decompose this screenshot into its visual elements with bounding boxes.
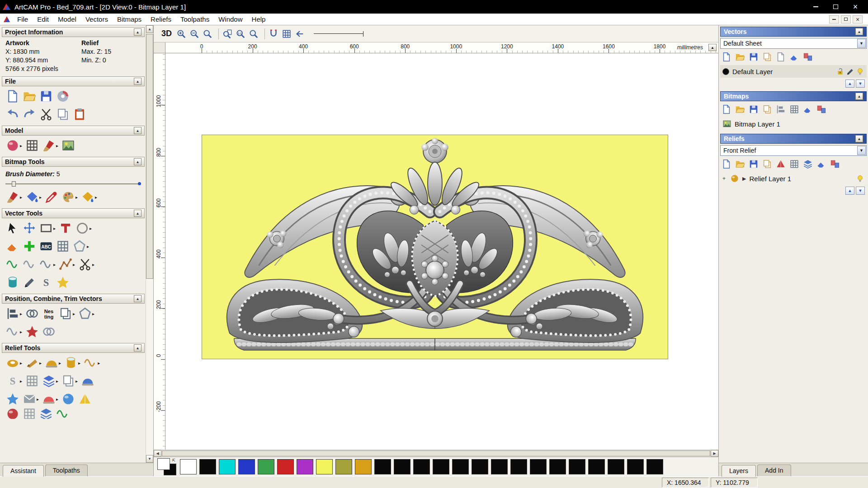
save-vectors-icon[interactable] (748, 52, 759, 62)
scroll-right-icon[interactable]: ▶ (711, 450, 718, 457)
undo-icon[interactable] (5, 107, 20, 122)
create-star-icon[interactable]: ▸ (72, 239, 90, 253)
offset-relief-icon[interactable]: ▸ (42, 374, 59, 388)
fit-curve-icon[interactable]: ▸ (39, 257, 56, 272)
create-text-icon[interactable] (58, 221, 73, 235)
collapse-section-button[interactable]: ▲ (855, 28, 863, 35)
flyout-arrow-icon[interactable]: ▸ (53, 226, 56, 231)
record-macro-icon[interactable] (56, 89, 70, 103)
new-bitmap-layer-icon[interactable] (721, 104, 732, 115)
palette-colour-12[interactable] (413, 459, 430, 474)
move-layer-down-icon[interactable]: ▼ (856, 80, 865, 88)
palette-colour-0[interactable] (180, 459, 197, 474)
fit-arc-icon[interactable] (5, 257, 20, 272)
flyout-arrow-icon[interactable]: ▸ (39, 195, 42, 200)
palette-colour-2[interactable] (219, 459, 236, 474)
extrude-icon[interactable]: ▸ (25, 356, 42, 370)
canvas-horizontal-scrollbar[interactable]: ◀ ▶ (154, 450, 718, 457)
scrollbar-thumb[interactable] (162, 450, 710, 456)
nesting-icon[interactable] (42, 306, 56, 321)
spin-icon[interactable]: ▸ (44, 356, 61, 370)
two-rail-sweep-icon[interactable]: ▸ (83, 356, 100, 370)
zoom-to-selection-icon[interactable] (248, 28, 259, 39)
mdi-restore-button[interactable] (841, 15, 851, 23)
flyout-arrow-icon[interactable]: ▸ (56, 397, 58, 402)
slider-handle[interactable] (12, 181, 16, 187)
flyout-arrow-icon[interactable]: ▸ (56, 379, 58, 384)
select-vectors-icon[interactable] (5, 221, 20, 235)
copy-bitmap-icon[interactable] (762, 104, 773, 115)
tab-add-in[interactable]: Add In (757, 465, 791, 476)
primary-colour-swatch[interactable] (157, 458, 170, 470)
edit-pencil-icon[interactable] (846, 67, 854, 76)
line-style-preview[interactable] (314, 29, 363, 38)
angled-plane-icon[interactable] (78, 392, 92, 406)
swept-profile-icon[interactable]: ▸ (5, 374, 23, 388)
set-model-size-icon[interactable]: ▸ (5, 138, 23, 153)
merge-bitmap-layers-icon[interactable] (816, 104, 827, 115)
palette-colour-7[interactable] (316, 459, 333, 474)
copy-icon[interactable] (56, 107, 70, 122)
flyout-arrow-icon[interactable]: ▸ (92, 311, 94, 316)
palette-colour-13[interactable] (433, 459, 449, 474)
move-layer-up-icon[interactable]: ▲ (845, 80, 854, 88)
flyout-arrow-icon[interactable]: ▸ (53, 262, 56, 267)
combine-relief-icon[interactable] (802, 159, 813, 169)
assistant-panel-scrollbar[interactable]: ▲ ▼ (146, 25, 153, 463)
palette-colour-3[interactable] (238, 459, 255, 474)
clear-vector-layer-icon[interactable] (789, 52, 800, 62)
align-vectors-icon[interactable]: ▸ (5, 306, 23, 321)
sculpt-model-icon[interactable]: ▸ (42, 138, 59, 153)
paste-along-curve-icon[interactable] (56, 239, 70, 253)
snap-to-guides-icon[interactable] (281, 28, 292, 39)
move-layer-up-icon[interactable]: ▲ (845, 187, 854, 195)
close-button[interactable]: × (845, 1, 865, 13)
snap-to-grid-icon[interactable] (268, 28, 279, 39)
previous-view-icon[interactable] (294, 28, 305, 39)
artwork-region[interactable] (202, 135, 668, 359)
scrollbar-thumb[interactable] (146, 34, 153, 279)
menu-item-bitmaps[interactable]: Bitmaps (113, 14, 146, 24)
open-model-icon[interactable] (22, 89, 37, 103)
visibility-bulb-icon[interactable] (856, 67, 864, 76)
palette-colour-21[interactable] (588, 459, 605, 474)
zoom-in-icon[interactable] (176, 28, 187, 39)
star-shape-icon[interactable] (5, 392, 20, 406)
palette-colour-5[interactable] (277, 459, 294, 474)
palette-colour-17[interactable] (510, 459, 527, 474)
flyout-arrow-icon[interactable]: ▸ (95, 195, 97, 200)
redo-icon[interactable] (22, 107, 37, 122)
colour-picker-icon[interactable] (44, 190, 59, 204)
flyout-arrow-icon[interactable]: ▸ (90, 226, 92, 231)
zoom-100-icon[interactable] (235, 28, 246, 39)
export-vectors-icon[interactable] (775, 52, 786, 62)
tab-assistant[interactable]: Assistant (3, 465, 44, 477)
offset-vector-icon[interactable] (5, 239, 20, 253)
collapse-section-button[interactable]: ▲ (134, 28, 142, 36)
palette-icon[interactable]: ▸ (61, 190, 78, 204)
load-bitmap-icon[interactable] (61, 138, 75, 153)
chevron-down-icon[interactable]: ▼ (857, 146, 866, 155)
3d-view-button[interactable]: 3D (157, 27, 176, 40)
envelope-distort-icon[interactable]: ▸ (22, 392, 39, 406)
cut-icon[interactable] (39, 107, 53, 122)
turn-icon[interactable]: ▸ (64, 356, 81, 370)
create-polyline-icon[interactable] (22, 239, 37, 253)
vector-doctor-icon[interactable] (56, 275, 70, 290)
create-rectangle-icon[interactable]: ▸ (39, 221, 56, 235)
palette-colour-10[interactable] (374, 459, 391, 474)
flyout-arrow-icon[interactable]: ▸ (98, 361, 100, 366)
adjust-model-icon[interactable] (25, 138, 39, 153)
relief-tool-icon-17[interactable] (22, 407, 37, 419)
primary-secondary-colour[interactable]: ⇱ (157, 458, 176, 475)
interlock-trim-icon[interactable] (42, 324, 56, 339)
palette-colour-1[interactable] (199, 459, 216, 474)
text-block-icon[interactable] (39, 239, 53, 253)
flyout-arrow-icon[interactable]: ▸ (20, 195, 22, 200)
flyout-arrow-icon[interactable]: ▸ (37, 397, 39, 402)
ruler-options-icon[interactable]: ▲ (708, 44, 717, 51)
shape-editor-icon[interactable]: ▸ (5, 356, 23, 370)
collapse-section-button[interactable]: ▲ (134, 158, 142, 165)
palette-colour-23[interactable] (627, 459, 644, 474)
weld-vectors-icon[interactable] (25, 324, 39, 339)
